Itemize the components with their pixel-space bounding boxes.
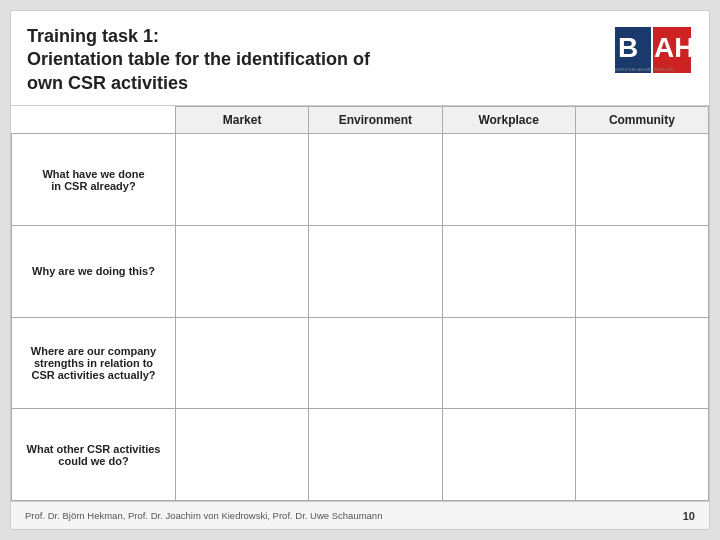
- cell-3-2: [309, 409, 442, 501]
- col-header-environment: Environment: [309, 107, 442, 134]
- col-header-empty: [12, 107, 176, 134]
- cell-3-3: [442, 409, 575, 501]
- cell-0-4: [575, 134, 708, 226]
- table-row: What other CSR activitiescould we do?: [12, 409, 709, 501]
- csr-table: Market Environment Workplace Community W…: [11, 106, 709, 501]
- col-header-workplace: Workplace: [442, 107, 575, 134]
- cell-2-1: [176, 317, 309, 409]
- logo: B AH BERUFSAK ADEMIE RHNS JNG: [613, 25, 693, 75]
- logo-svg: B AH BERUFSAK ADEMIE RHNS JNG: [615, 27, 691, 73]
- row-label-2: Where are our companystrengths in relati…: [12, 317, 176, 409]
- row-label-3: What other CSR activitiescould we do?: [12, 409, 176, 501]
- svg-text:AH: AH: [654, 32, 691, 63]
- row-label-1: Why are we doing this?: [12, 225, 176, 317]
- col-header-market: Market: [176, 107, 309, 134]
- col-header-community: Community: [575, 107, 708, 134]
- footer-page-number: 10: [683, 510, 695, 522]
- cell-1-1: [176, 225, 309, 317]
- title-line1: Training task 1:: [27, 26, 159, 46]
- cell-3-1: [176, 409, 309, 501]
- table-wrapper: Market Environment Workplace Community W…: [11, 106, 709, 501]
- svg-text:BERUFSAK ADEMIE RHNS JNG: BERUFSAK ADEMIE RHNS JNG: [615, 67, 674, 72]
- title-line2: Orientation table for the identification…: [27, 49, 370, 69]
- cell-1-3: [442, 225, 575, 317]
- cell-2-2: [309, 317, 442, 409]
- table-row: Why are we doing this?: [12, 225, 709, 317]
- cell-2-4: [575, 317, 708, 409]
- cell-1-4: [575, 225, 708, 317]
- slide-title: Training task 1: Orientation table for t…: [27, 25, 370, 95]
- row-label-0: What have we donein CSR already?: [12, 134, 176, 226]
- cell-2-3: [442, 317, 575, 409]
- slide-header: Training task 1: Orientation table for t…: [11, 11, 709, 106]
- cell-0-3: [442, 134, 575, 226]
- slide-footer: Prof. Dr. Björn Hekman, Prof. Dr. Joachi…: [11, 501, 709, 529]
- footer-credits: Prof. Dr. Björn Hekman, Prof. Dr. Joachi…: [25, 510, 382, 521]
- cell-0-2: [309, 134, 442, 226]
- cell-3-4: [575, 409, 708, 501]
- cell-0-1: [176, 134, 309, 226]
- slide-container: Training task 1: Orientation table for t…: [10, 10, 710, 530]
- title-line3: own CSR activities: [27, 73, 188, 93]
- table-row: What have we donein CSR already?: [12, 134, 709, 226]
- table-row: Where are our companystrengths in relati…: [12, 317, 709, 409]
- cell-1-2: [309, 225, 442, 317]
- svg-text:B: B: [618, 32, 638, 63]
